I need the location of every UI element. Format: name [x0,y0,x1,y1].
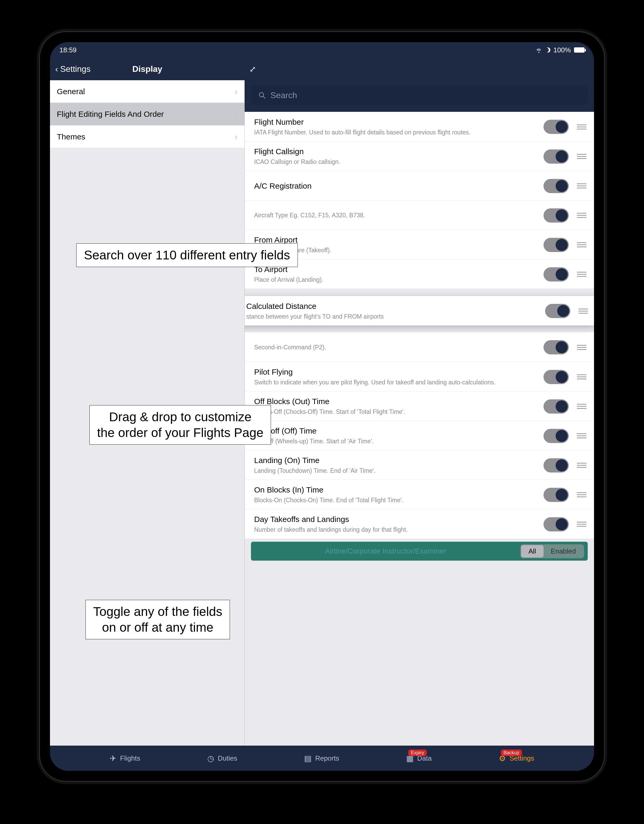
main-panel: Search Flight NumberIATA Flight Number. … [244,80,594,746]
field-title: Off Blocks (Out) Time [254,397,536,406]
status-time: 18:59 [60,46,77,54]
field-subtitle: IATA Flight Number. Used to auto-fill fl… [254,129,536,136]
chevron-right-icon: › [235,109,238,119]
tab-flights[interactable]: ✈ Flights [110,754,140,763]
field-title: Pilot Flying [254,367,536,377]
field-toggle[interactable] [544,208,569,223]
sidebar-item-label: Themes [57,132,85,141]
tab-label: Flights [120,754,140,763]
sidebar-item-general[interactable]: General › [50,80,244,103]
field-toggle[interactable] [544,458,569,472]
tab-data[interactable]: Expiry ▦ Data [406,754,432,763]
drag-handle-icon[interactable] [576,125,587,129]
drag-handle-icon[interactable] [578,309,589,314]
drag-handle-icon[interactable] [576,463,587,468]
field-subtitle: Place of Arrival (Landing). [254,276,536,284]
svg-point-0 [260,92,264,97]
tab-reports[interactable]: ▤ Reports [304,754,339,763]
badge-expiry: Expiry [408,750,427,756]
nav-right: ⤢ [244,58,594,80]
tab-bar: ✈ Flights ◷ Duties ▤ Reports Expiry ▦ Da… [50,746,594,771]
field-row: Takeoff (Off) TimeTakeoff (Wheels-up) Ti… [244,421,594,450]
field-toggle[interactable] [544,267,569,281]
sidebar-item-themes[interactable]: Themes › [50,126,244,148]
field-subtitle: Blocks-On (Chocks-On) Time. End of 'Tota… [254,497,536,504]
search-input[interactable]: Search [251,85,588,106]
field-title: On Blocks (In) Time [254,486,536,494]
field-toggle[interactable] [544,340,569,354]
tab-duties[interactable]: ◷ Duties [207,754,237,763]
tab-settings[interactable]: Backup ⚙ Settings [499,754,534,763]
drag-handle-icon[interactable] [576,433,587,438]
field-toggle[interactable] [544,238,569,252]
drag-handle-icon[interactable] [576,213,587,218]
field-toggle[interactable] [544,179,569,193]
drag-handle-icon[interactable] [576,374,587,380]
field-row: Aircraft Type Eg. C152, F15, A320, B738. [244,200,594,230]
field-subtitle: Number of takeoffs and landings during d… [254,526,536,533]
field-toggle[interactable] [544,488,569,502]
field-row: A/C Registration [244,171,594,200]
drag-handle-icon[interactable] [576,404,587,409]
field-title: Flight Callsign [254,147,536,156]
field-row: Pilot FlyingSwitch to indicate when you … [244,362,594,391]
chevron-right-icon: › [235,86,238,97]
chevron-right-icon: › [235,132,238,142]
callout-drag: Drag & drop to customize the order of yo… [89,405,271,444]
field-subtitle: stance between your flight's TO and FROM… [246,313,538,320]
elevated-row[interactable]: Calculated Distancestance between your f… [244,296,594,326]
plane-icon: ✈ [110,754,116,763]
filter-bar: Airline/Corporate Instructor/Examiner Al… [251,542,588,561]
field-toggle[interactable] [544,120,569,134]
field-title: Flight Number [254,118,536,126]
clock-icon: ◷ [207,754,214,763]
drag-handle-icon[interactable] [576,272,587,277]
nav-left: ‹ Settings Display [50,58,244,80]
field-row: Landing (On) TimeLanding (Touchdown) Tim… [244,450,594,480]
field-subtitle: Blocks-Off (Chocks-Off) Time. Start of '… [254,408,536,416]
battery-icon [574,48,584,52]
status-right: 100% [536,46,585,54]
drag-handle-icon[interactable] [576,522,587,527]
fields-list-2: Second-in-Command (P2). Pilot FlyingSwit… [244,332,594,538]
field-subtitle: Switch to indicate when you are pilot fl… [254,378,536,386]
chart-icon: ▤ [304,754,312,763]
field-toggle[interactable] [544,429,569,443]
field-row: Flight NumberIATA Flight Number. Used to… [244,112,594,141]
field-toggle[interactable] [544,517,569,532]
search-icon [258,92,266,99]
drag-handle-icon[interactable] [576,492,587,497]
drag-handle-icon[interactable] [576,345,587,350]
field-toggle[interactable] [545,304,570,318]
drag-handle-icon[interactable] [576,154,587,159]
back-button[interactable]: ‹ Settings [55,64,91,74]
callout-toggle: Toggle any of the fields on or off at an… [86,600,230,639]
chevron-left-icon: ‹ [55,64,58,74]
wifi-icon [536,48,542,52]
sidebar-item-flight-editing[interactable]: Flight Editing Fields And Order › [50,103,244,126]
elevated-slot: Calculated Distancestance between your f… [244,298,594,332]
field-toggle[interactable] [544,400,569,414]
sidebar-item-label: General [57,87,85,96]
back-label: Settings [60,64,91,74]
expand-icon[interactable]: ⤢ [249,65,256,74]
segment-all[interactable]: All [521,545,544,558]
field-subtitle: Landing (Touchdown) Time. End of 'Air Ti… [254,467,536,475]
search-wrap: Search [244,80,594,112]
filter-segment[interactable]: All Enabled [520,544,584,558]
field-title: Calculated Distance [246,302,538,311]
fields-scroll[interactable]: Flight NumberIATA Flight Number. Used to… [244,112,594,746]
field-toggle[interactable] [544,370,569,384]
nav-bar: ‹ Settings Display ⤢ [50,58,594,80]
segment-enabled[interactable]: Enabled [544,545,583,558]
ipad-frame: 18:59 100% ‹ Settings Display ⤢ [37,29,607,784]
field-row: Day Takeoffs and LandingsNumber of takeo… [244,509,594,538]
field-subtitle: Second-in-Command (P2). [254,344,536,351]
status-bar: 18:59 100% [50,42,594,58]
field-title: Day Takeoffs and Landings [254,515,536,524]
drag-handle-icon[interactable] [576,242,587,247]
field-title: Landing (On) Time [254,456,536,465]
field-subtitle: ICAO Callsign or Radio callsign. [254,158,536,166]
field-toggle[interactable] [544,149,569,164]
drag-handle-icon[interactable] [576,183,587,188]
